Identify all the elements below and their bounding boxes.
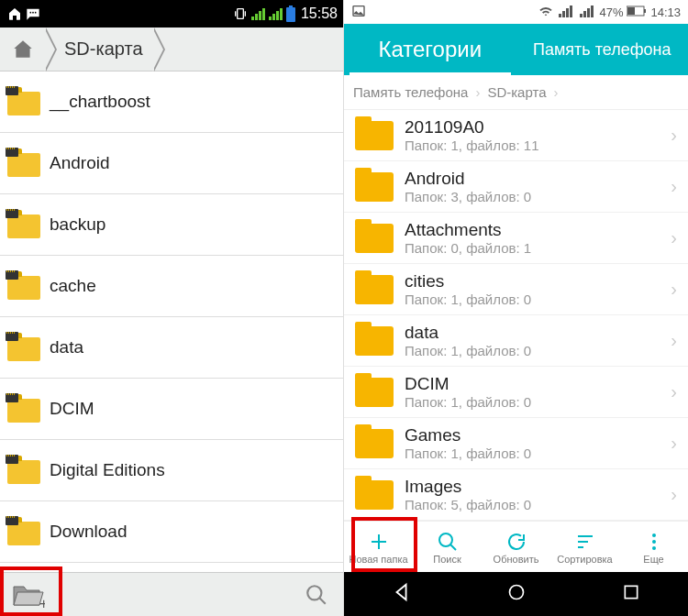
folder-name: DCIM — [50, 399, 94, 419]
folder-icon — [355, 378, 394, 407]
folder-subtitle: Папок: 5, файлов: 0 — [405, 497, 667, 512]
chevron-right-icon: › — [671, 381, 677, 402]
folder-name: Games — [405, 425, 667, 446]
chevron-right-icon: › — [671, 125, 677, 146]
chevron-right-icon: › — [671, 484, 677, 505]
list-item[interactable]: 201109A0Папок: 1, файлов: 11› — [344, 110, 688, 161]
highlight-box — [351, 517, 417, 572]
folder-name: Images — [405, 477, 667, 497]
refresh-button[interactable]: Обновить — [482, 530, 550, 565]
folder-name: Download — [50, 522, 128, 542]
folder-subtitle: Папок: 1, файлов: 0 — [405, 343, 667, 358]
chevron-right-icon: › — [671, 330, 677, 351]
list-item[interactable]: Digital Editions — [0, 440, 343, 501]
home-icon — [11, 38, 35, 61]
list-item[interactable]: DCIM — [0, 379, 343, 440]
folder-icon — [7, 334, 40, 361]
breadcrumb-sdcard[interactable]: SD-карта — [44, 28, 152, 71]
list-item[interactable]: citiesПапок: 1, файлов: 0› — [344, 264, 688, 315]
svg-rect-17 — [625, 586, 637, 598]
folder-icon — [7, 88, 40, 116]
folder-icon — [355, 429, 394, 458]
chevron-right-icon: › — [671, 433, 677, 454]
list-item[interactable]: dataПапок: 1, файлов: 0› — [344, 315, 688, 367]
folder-subtitle: Папок: 0, файлов: 1 — [405, 240, 667, 256]
folder-icon — [7, 456, 40, 484]
status-bar: 47% 14:13 — [344, 0, 688, 24]
list-item[interactable]: Download — [0, 501, 343, 563]
folder-icon — [7, 395, 40, 423]
list-item[interactable]: AttachmentsПапок: 0, файлов: 1› — [344, 213, 688, 264]
breadcrumb: Память телефона › SD-карта › — [344, 75, 688, 110]
phone-right-file-manager: 47% 14:13 Категории Память телефона Памя… — [344, 0, 688, 616]
search-icon — [305, 583, 328, 607]
folder-name: Attachments — [405, 220, 667, 240]
clock: 15:58 — [301, 6, 338, 22]
folder-icon — [7, 272, 40, 300]
chevron-right-icon: › — [671, 176, 677, 197]
folder-subtitle: Папок: 1, файлов: 0 — [405, 446, 667, 461]
list-item[interactable]: Android — [0, 133, 343, 194]
list-item[interactable]: DCIMПапок: 1, файлов: 0› — [344, 367, 688, 418]
folder-list: __chartboost Android backup cache data D… — [0, 72, 343, 572]
svg-point-13 — [652, 534, 656, 537]
svg-rect-4 — [289, 6, 293, 7]
folder-subtitle: Папок: 1, файлов: 11 — [405, 138, 667, 153]
folder-icon — [7, 149, 40, 177]
signal-icon-2 — [269, 7, 283, 20]
breadcrumb-phone[interactable]: Память телефона — [353, 84, 468, 100]
svg-rect-5 — [286, 7, 295, 22]
folder-name: cities — [405, 271, 667, 292]
folder-icon — [355, 326, 394, 356]
home-indicator-icon — [7, 6, 22, 21]
sort-button[interactable]: Сортировка — [550, 530, 619, 565]
tab-bar: Категории Память телефона — [344, 24, 688, 75]
folder-name: Digital Editions — [50, 460, 165, 480]
back-button[interactable] — [392, 582, 412, 606]
signal-icon-2 — [578, 5, 595, 20]
chevron-right-icon: › — [671, 227, 677, 248]
breadcrumb: SD-карта — [0, 28, 343, 72]
folder-name: 201109A0 — [405, 117, 667, 138]
signal-icon — [251, 7, 265, 20]
search-icon — [437, 530, 459, 554]
svg-point-12 — [439, 534, 452, 546]
folder-list: 201109A0Папок: 1, файлов: 11› AndroidПап… — [344, 110, 688, 521]
folder-name: Android — [405, 169, 667, 189]
list-item[interactable]: AndroidПапок: 3, файлов: 0› — [344, 161, 688, 213]
battery-icon — [286, 6, 295, 22]
home-button[interactable] — [507, 583, 526, 605]
folder-name: DCIM — [405, 374, 667, 394]
folder-subtitle: Папок: 3, файлов: 0 — [405, 189, 667, 204]
chevron-right-icon: › — [554, 84, 559, 100]
folder-icon — [355, 275, 394, 304]
list-item[interactable]: backup — [0, 194, 343, 256]
svg-rect-10 — [627, 7, 635, 15]
folder-name: Android — [50, 153, 110, 173]
android-nav-bar — [344, 572, 688, 616]
svg-point-14 — [652, 540, 656, 544]
folder-icon — [355, 224, 394, 253]
tab-categories[interactable]: Категории — [344, 24, 516, 75]
svg-point-16 — [510, 586, 524, 600]
tab-phone-storage[interactable]: Память телефона — [516, 24, 689, 75]
folder-icon — [7, 518, 40, 545]
highlight-box — [0, 566, 62, 616]
search-button[interactable] — [299, 578, 334, 612]
vibrate-icon — [233, 6, 248, 21]
folder-name: __chartboost — [50, 92, 150, 112]
list-item[interactable]: GamesПапок: 1, файлов: 0› — [344, 418, 688, 469]
folder-icon — [7, 211, 40, 238]
list-item[interactable]: __chartboost — [0, 72, 343, 133]
breadcrumb-home[interactable] — [0, 28, 44, 71]
list-item[interactable]: cache — [0, 256, 343, 317]
folder-icon — [355, 172, 394, 202]
search-button[interactable]: Поиск — [413, 530, 482, 565]
recent-button[interactable] — [622, 583, 640, 605]
svg-point-2 — [35, 12, 37, 14]
breadcrumb-sdcard[interactable]: SD-карта — [487, 84, 546, 100]
list-item[interactable]: data — [0, 317, 343, 379]
list-item[interactable]: ImagesПапок: 5, файлов: 0› — [344, 469, 688, 521]
more-button[interactable]: Еще — [619, 530, 688, 565]
svg-point-7 — [307, 586, 321, 600]
